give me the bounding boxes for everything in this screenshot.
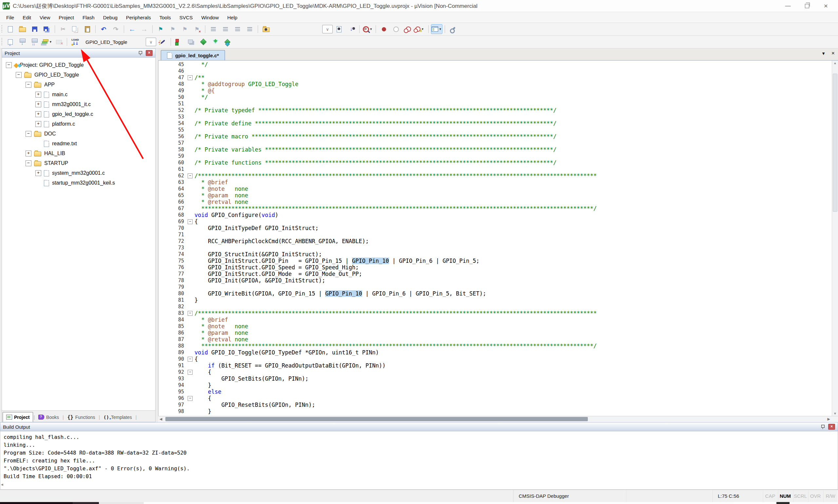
tree-item-startup[interactable]: −STARTUP [2,158,155,168]
menu-tools[interactable]: Tools [155,12,175,22]
editor-horizontal-scrollbar[interactable]: ◀ ▶ [158,416,838,422]
manage-components-button[interactable] [173,37,185,47]
manage-multi-project-button[interactable] [222,37,233,47]
tree-item-gpio-led-toggle[interactable]: −GPIO_LED_Toggle [2,70,155,80]
find-in-files-button[interactable] [260,24,272,34]
expand-icon[interactable]: + [35,111,41,117]
file-extensions-books-button[interactable] [185,37,197,47]
expand-icon[interactable]: + [35,170,41,176]
scroll-up-icon[interactable]: ▲ [832,61,838,65]
scroll-right-icon[interactable]: ▶ [827,417,830,421]
tab-list-dropdown-icon[interactable]: ▼ [821,51,825,56]
panel-tab-templates[interactable]: Templates [100,412,135,422]
menu-peripherals[interactable]: Peripherals [122,12,155,22]
dropdown-arrow-icon[interactable]: ▼ [439,28,442,31]
minimize-button[interactable]: — [779,0,798,12]
close-button[interactable]: × [816,0,835,12]
indent-selection-button[interactable] [208,24,219,34]
save-button[interactable] [29,24,40,34]
expand-icon[interactable]: + [35,102,41,107]
redo-button[interactable] [110,24,122,34]
menu-window[interactable]: Window [197,12,223,22]
stop-build-button[interactable] [53,37,65,47]
collapse-icon[interactable]: − [25,82,32,88]
collapse-icon[interactable]: − [25,131,32,137]
new-file-button[interactable] [4,24,16,34]
tree-item-hal-lib[interactable]: +HAL_LIB [2,148,155,158]
clear-all-bookmarks-button[interactable] [191,24,203,34]
tree-item-mm32g0001-it-c[interactable]: +mm32g0001_it.c [2,100,155,109]
menu-file[interactable]: File [2,12,18,22]
build-output-close-button[interactable]: × [828,424,835,430]
select-software-packs-button[interactable] [210,37,221,47]
enable-disable-breakpoint-button[interactable] [390,24,402,34]
build-button[interactable] [17,37,28,47]
panel-tab-project[interactable]: Project [3,412,33,422]
output-scroll-left-icon[interactable]: ◀ [1,481,3,489]
collapse-icon[interactable]: − [16,72,22,78]
menu-view[interactable]: View [35,12,54,22]
copy-button[interactable] [69,24,81,34]
tree-item-doc[interactable]: −DOC [2,129,155,139]
tree-item-platform-c[interactable]: +platform.c [2,119,155,129]
menu-svcs[interactable]: SVCS [175,12,197,22]
menu-flash[interactable]: Flash [78,12,99,22]
scroll-left-icon[interactable]: ◀ [159,417,162,421]
dropdown-arrow-icon[interactable]: ▼ [370,28,373,31]
next-bookmark-button[interactable] [179,24,191,34]
fold-collapse-icon[interactable]: − [188,219,193,224]
batch-build-button[interactable]: ▼ [41,37,52,47]
menu-project[interactable]: Project [54,12,78,22]
panel-splitter[interactable] [156,49,158,422]
fold-collapse-icon[interactable]: − [188,396,193,401]
fold-collapse-icon[interactable]: − [188,370,193,375]
undo-button[interactable] [98,24,109,34]
close-document-icon[interactable]: × [832,51,835,56]
expand-icon[interactable]: + [35,92,41,97]
options-for-target-button[interactable] [157,37,168,47]
paste-button[interactable] [82,24,93,34]
target-combo[interactable]: ∨ [146,38,156,46]
tree-item-system-mm32g0001-c[interactable]: +system_mm32g0001.c [2,168,155,178]
collapse-icon[interactable]: − [6,62,12,68]
pin-icon[interactable] [138,51,142,55]
build-output-log[interactable]: compiling hal_flash.c...linking...Progra… [0,431,838,490]
menu-edit[interactable]: Edit [18,12,35,22]
tree-item-app[interactable]: −APP [2,80,155,90]
vertical-scroll-thumb[interactable] [833,74,837,212]
cut-button[interactable] [57,24,69,34]
tab-gpio-led-toggle[interactable]: gpio_led_toggle.c* [161,50,225,60]
fold-collapse-icon[interactable]: − [188,75,193,80]
code-area[interactable]: 45 */4647−/**48 * @addtogroup GPIO_LED_T… [158,60,838,416]
toggle-bookmark-button[interactable] [155,24,167,34]
select-target-label[interactable]: GPIO_LED_Toggle [82,39,145,45]
tree-item-readme-txt[interactable]: readme.txt [2,139,155,148]
save-all-button[interactable] [41,24,52,34]
expand-icon[interactable]: + [35,121,41,127]
unindent-selection-button[interactable] [220,24,231,34]
panel-tab-books[interactable]: Books [35,412,62,422]
fold-collapse-icon[interactable]: − [188,174,193,178]
incremental-find-button[interactable] [346,24,357,34]
menu-debug[interactable]: Debug [99,12,122,22]
tree-item-main-c[interactable]: +main.c [2,90,155,100]
editor-vertical-scrollbar[interactable]: ▲ ▼ [832,60,838,416]
fold-collapse-icon[interactable]: − [188,311,193,316]
uncomment-selection-button[interactable] [244,24,256,34]
tree-item-project-gpio-led-toggle[interactable]: −Project: GPIO_LED_Toggle [2,60,155,70]
kill-breakpoint-button[interactable] [402,24,414,34]
insert-breakpoint-button[interactable] [378,24,390,34]
open-file-button[interactable] [17,24,28,34]
previous-bookmark-button[interactable] [167,24,178,34]
expand-icon[interactable]: + [25,150,32,157]
flash-download-button[interactable]: LOAD↓↓✱ [69,37,81,47]
translate-file-button[interactable] [4,37,16,47]
project-panel-close-button[interactable]: × [146,50,153,56]
rebuild-all-button[interactable] [29,37,40,47]
restore-button[interactable] [798,0,816,12]
menu-help[interactable]: Help [223,12,242,22]
configure-tools-button[interactable] [447,24,459,34]
navigate-forward-button[interactable] [139,24,150,34]
comment-selection-button[interactable] [232,24,243,34]
fold-collapse-icon[interactable]: − [188,357,193,362]
